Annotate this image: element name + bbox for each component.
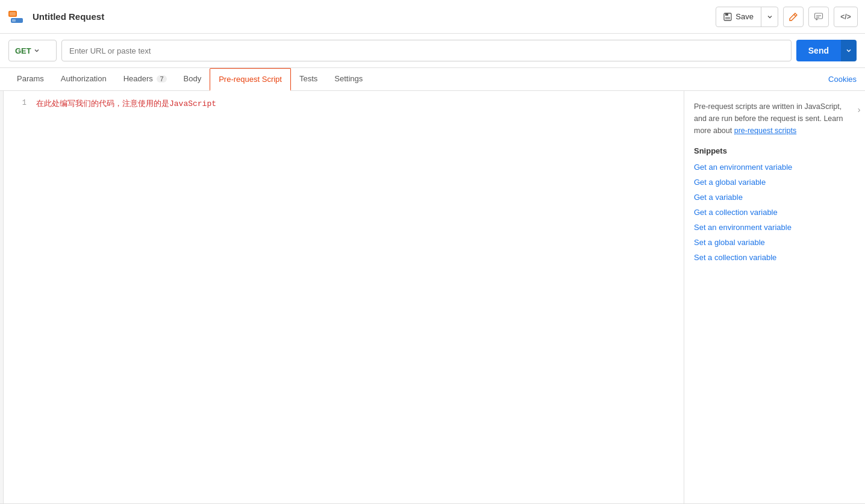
svg-rect-3 xyxy=(12,19,16,22)
snippet-set-env-var[interactable]: Set an environment variable xyxy=(694,223,855,232)
url-input[interactable] xyxy=(61,40,792,61)
editor-area: 1 在此处编写我们的代码，注意使用的是JavaScript xyxy=(4,91,684,503)
svg-rect-1 xyxy=(10,12,16,16)
code-line-1: 1 在此处编写我们的代码，注意使用的是JavaScript xyxy=(4,98,684,110)
pre-request-scripts-link[interactable]: pre-request scripts xyxy=(734,126,797,135)
send-button-main[interactable]: Send xyxy=(796,40,841,61)
tab-headers[interactable]: Headers 7 xyxy=(115,68,175,90)
snippet-get-variable[interactable]: Get a variable xyxy=(694,193,855,202)
headers-badge: 7 xyxy=(157,75,166,82)
sidebar: Pre-request scripts are written in JavaS… xyxy=(684,91,865,503)
tab-params[interactable]: Params xyxy=(8,68,52,90)
svg-rect-6 xyxy=(725,17,730,19)
line-number-1: 1 xyxy=(8,98,27,107)
snippet-get-global-var[interactable]: Get a global variable xyxy=(694,178,855,187)
tabs-bar: Params Authorization Headers 7 Body Pre-… xyxy=(0,68,865,91)
tabs: Params Authorization Headers 7 Body Pre-… xyxy=(8,68,371,90)
snippet-set-global-var[interactable]: Set a global variable xyxy=(694,238,855,247)
svg-rect-5 xyxy=(725,13,728,16)
page-title: Untitled Request xyxy=(33,11,104,22)
save-button-main[interactable]: Save xyxy=(716,7,761,26)
comment-button[interactable] xyxy=(808,7,829,27)
top-bar-left: Untitled Request xyxy=(7,7,104,26)
code-editor[interactable]: 1 在此处编写我们的代码，注意使用的是JavaScript xyxy=(4,91,684,503)
top-bar: Untitled Request Save xyxy=(0,0,865,34)
code-content-1: 在此处编写我们的代码，注意使用的是JavaScript xyxy=(36,98,216,109)
app-icon xyxy=(7,7,27,26)
snippet-get-collection-var[interactable]: Get a collection variable xyxy=(694,208,855,217)
tab-pre-request-script[interactable]: Pre-request Script xyxy=(210,68,291,91)
method-select[interactable]: GET xyxy=(8,40,57,61)
method-label: GET xyxy=(15,46,31,55)
tab-tests[interactable]: Tests xyxy=(291,68,326,90)
send-dropdown-arrow[interactable] xyxy=(841,40,857,61)
sidebar-description: Pre-request scripts are written in JavaS… xyxy=(694,101,855,137)
top-bar-right: Save </> xyxy=(716,7,858,27)
edit-button[interactable] xyxy=(783,7,804,27)
snippets-title: Snippets xyxy=(694,146,855,155)
url-bar: GET Send xyxy=(0,34,865,68)
save-button-group[interactable]: Save xyxy=(716,7,778,27)
cookies-link[interactable]: Cookies xyxy=(828,69,857,90)
send-button-group[interactable]: Send xyxy=(796,40,857,61)
tab-settings[interactable]: Settings xyxy=(326,68,371,90)
sidebar-collapse-arrow[interactable]: › xyxy=(853,101,865,119)
save-label: Save xyxy=(735,12,754,21)
tab-authorization[interactable]: Authorization xyxy=(52,68,115,90)
code-button[interactable]: </> xyxy=(834,7,858,27)
save-dropdown-arrow[interactable] xyxy=(761,7,778,26)
snippet-set-collection-var[interactable]: Set a collection variable xyxy=(694,253,855,262)
snippet-get-env-var[interactable]: Get an environment variable xyxy=(694,163,855,172)
tab-body[interactable]: Body xyxy=(175,68,210,90)
main-content: 1 在此处编写我们的代码，注意使用的是JavaScript Pre-reques… xyxy=(0,91,865,503)
